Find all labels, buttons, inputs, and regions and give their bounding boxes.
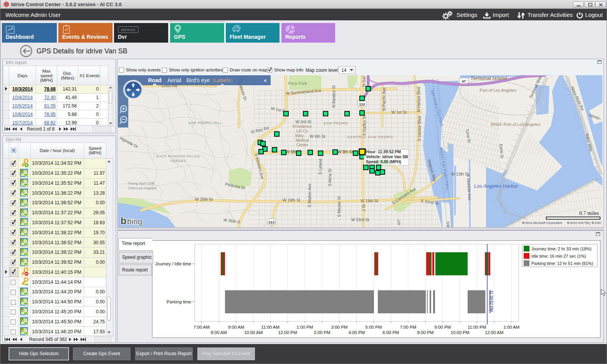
svg-text:CENTRAL SAN PEDRO: CENTRAL SAN PEDRO	[347, 135, 393, 139]
svg-text:SAN PEDRO: SAN PEDRO	[324, 121, 349, 125]
svg-text:Sign: Sign	[446, 221, 451, 227]
svg-text:11:00 AM: 11:00 AM	[261, 325, 280, 329]
svg-text:b: b	[121, 215, 126, 226]
svg-text:Bird's eye: Bird's eye	[186, 77, 210, 83]
svg-text:0.7 miles: 0.7 miles	[579, 210, 599, 216]
svg-text:8:00 PM: 8:00 PM	[417, 330, 434, 335]
svg-text:Providence: Providence	[293, 124, 312, 129]
svg-text:Speed: 0.00 (MPH): Speed: 0.00 (MPH)	[366, 159, 401, 164]
svg-text:3:00 PM: 3:00 PM	[331, 325, 348, 329]
svg-text:Road: Road	[148, 77, 162, 83]
svg-text:S Walker Ave: S Walker Ave	[307, 184, 312, 208]
svg-text:2:00 PM: 2:00 PM	[314, 330, 331, 335]
svg-text:Los Angeles Harbor: Los Angeles Harbor	[474, 183, 518, 189]
svg-text:7:00 PM: 7:00 PM	[400, 325, 417, 329]
svg-text:N Bandini St: N Bandini St	[331, 85, 336, 108]
svg-text:© AND: © AND	[592, 221, 601, 225]
svg-text:Journey time: 2 hr 33 min (18%: Journey time: 2 hr 33 min (18%)	[531, 247, 592, 251]
svg-text:W 3rd St: W 3rd St	[296, 119, 311, 124]
svg-text:N Pacific Ave: N Pacific Ave	[382, 87, 386, 111]
svg-text:W 19th St: W 19th St	[283, 198, 300, 202]
svg-text:1:00 PM: 1:00 PM	[297, 325, 313, 329]
svg-text:9:00 PM: 9:00 PM	[435, 325, 451, 329]
svg-text:7:00 AM: 7:00 AM	[194, 325, 210, 329]
svg-text:4:00 PM: 4:00 PM	[349, 330, 365, 335]
svg-text:Mary: Mary	[295, 134, 304, 138]
svg-text:Port of Los Angeles: Port of Los Angeles	[480, 88, 516, 93]
svg-text:Trump Nat'l Golf: Trump Nat'l Golf	[128, 181, 154, 185]
svg-text:«: «	[264, 77, 267, 83]
svg-text:Labels: Labels	[214, 77, 231, 83]
svg-text:y St: y St	[361, 204, 366, 211]
svg-text:MERGE: MERGE	[121, 28, 136, 32]
svg-text:BNSF-Port of Los Angeles: BNSF-Port of Los Angeles	[491, 122, 541, 127]
svg-text:Idle time: 16 min 27 sec (1%): Idle time: 16 min 27 sec (1%)	[531, 254, 586, 258]
svg-text:W 23rd St: W 23rd St	[351, 217, 369, 222]
svg-text:Medical: Medical	[296, 138, 309, 142]
svg-text:VERDES: VERDES	[170, 159, 186, 163]
svg-text:12:00 AM: 12:00 AM	[485, 330, 504, 335]
svg-text:EAST RANCHO PALOS: EAST RANCHO PALOS	[156, 154, 200, 158]
svg-text:© 2014 Microsoft Corporation: © 2014 Microsoft Corporation	[522, 221, 562, 225]
svg-text:Vehicle: idrive Van SB: Vehicle: idrive Van SB	[366, 154, 408, 159]
svg-text:S Leland: S Leland	[318, 159, 323, 175]
svg-text:12:00 PM: 12:00 PM	[278, 330, 297, 335]
svg-text:Journey / Idle time: Journey / Idle time	[155, 261, 191, 266]
svg-text:1:00 AM: 1:00 AM	[503, 325, 519, 329]
svg-text:6:00 PM: 6:00 PM	[383, 330, 399, 335]
svg-text:11:39:52 PM: 11:39:52 PM	[489, 290, 493, 312]
svg-text:10:00 AM: 10:00 AM	[244, 330, 263, 335]
svg-text:W 9th St: W 9th St	[337, 149, 353, 154]
svg-text:Parking time: 12 hr 51 min (81: Parking time: 12 hr 51 min (81%)	[531, 261, 593, 266]
svg-text:11:00 PM: 11:00 PM	[468, 325, 486, 329]
svg-text:N Gaf: N Gaf	[362, 76, 366, 87]
svg-text:S Gaffey St: S Gaffey St	[362, 115, 367, 136]
svg-text:S Meyler St: S Meyler St	[337, 196, 341, 217]
svg-text:Aerial: Aerial	[167, 77, 181, 83]
svg-text:5:00 PM: 5:00 PM	[366, 325, 382, 329]
svg-text:Peck Park: Peck Park	[288, 81, 308, 86]
svg-text:W 25th St: W 25th St	[195, 197, 213, 202]
svg-text:10:00 PM: 10:00 PM	[450, 330, 469, 335]
svg-text:bing: bing	[127, 217, 142, 226]
svg-text:Club-Los Angelas: Club-Los Angelas	[128, 186, 157, 190]
svg-text:N Harbor Blvd: N Harbor Blvd	[416, 87, 421, 112]
svg-text:SAN PEDRO HILL: SAN PEDRO HILL	[189, 121, 223, 125]
svg-text:213: 213	[268, 220, 275, 224]
svg-text:W 6th St: W 6th St	[310, 134, 325, 139]
svg-text:Terminal Island: Terminal Island	[471, 75, 508, 81]
svg-text:S Alma St: S Alma St	[327, 169, 332, 186]
svg-text:47: 47	[462, 79, 466, 83]
svg-text:W 1st St: W 1st St	[391, 110, 407, 114]
svg-text:W 19th St: W 19th St	[361, 199, 378, 203]
svg-text:110: 110	[359, 102, 365, 106]
svg-text:9:00 AM: 9:00 AM	[228, 325, 244, 329]
svg-text:Hour: 11:39:52 PM: Hour: 11:39:52 PM	[366, 149, 401, 154]
svg-text:S Harbor Blvd: S Harbor Blvd	[417, 116, 422, 141]
svg-text:8:00 AM: 8:00 AM	[211, 330, 227, 335]
svg-text:Parking time: Parking time	[167, 299, 191, 304]
svg-text:Lit'l Co: Lit'l Co	[296, 129, 308, 133]
svg-text:W 13th St: W 13th St	[451, 172, 469, 176]
svg-text:Center: Center	[296, 143, 308, 147]
svg-text:© 2010 NAVTEQ: © 2010 NAVTEQ	[567, 221, 590, 225]
